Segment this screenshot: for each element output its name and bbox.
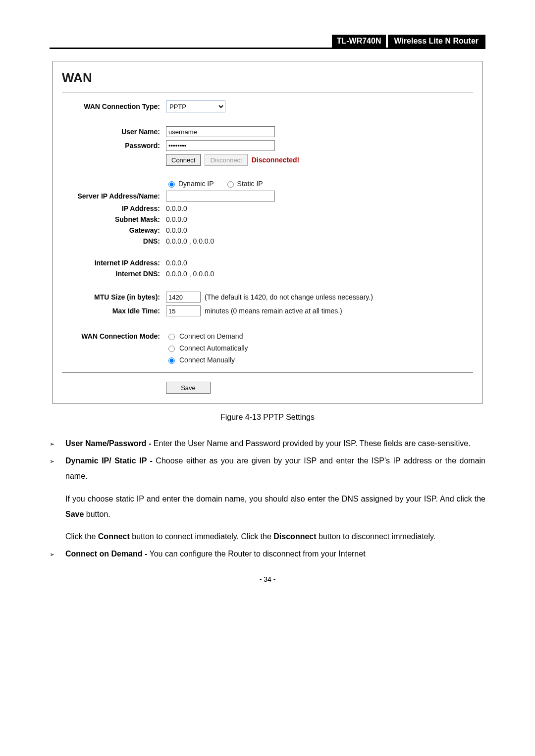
bullet-body: Connect on Demand - You can configure th… (65, 546, 485, 561)
label-mask: Subnet Mask: (62, 215, 166, 223)
label-gw: Gateway: (62, 226, 166, 234)
bullet-paragraph: User Name/Password - Enter the User Name… (65, 436, 485, 451)
list-item: ➢Dynamic IP/ Static IP - Choose either a… (50, 453, 485, 544)
bullet-paragraph: Dynamic IP/ Static IP - Choose either as… (65, 453, 485, 484)
radio-connect-auto[interactable]: Connect Automatically (166, 342, 473, 354)
ip-mode-radios: Dynamic IP Static IP (166, 180, 473, 188)
bullet-paragraph: Click the Connect button to connect imme… (65, 529, 485, 544)
bullet-marker-icon: ➢ (50, 546, 65, 561)
list-item: ➢Connect on Demand - You can configure t… (50, 546, 485, 561)
bullet-list: ➢User Name/Password - Enter the User Nam… (50, 436, 485, 561)
label-password: Password: (62, 142, 166, 150)
password-input[interactable] (166, 140, 275, 151)
label-conn-type: WAN Connection Type: (62, 102, 166, 110)
label-ip: IP Address: (62, 204, 166, 212)
radio-on-demand-input[interactable] (168, 334, 175, 340)
save-button[interactable]: Save (166, 382, 211, 394)
server-ip-input[interactable] (166, 191, 275, 202)
radio-static-ip-input[interactable] (227, 181, 234, 188)
bullet-body: Dynamic IP/ Static IP - Choose either as… (65, 453, 485, 544)
label-server: Server IP Address/Name: (62, 192, 166, 200)
label-inet-ip: Internet IP Address: (62, 259, 166, 267)
label-username: User Name: (62, 128, 166, 136)
bullet-paragraph: Connect on Demand - You can configure th… (65, 546, 485, 561)
wan-settings-panel: WAN WAN Connection Type: PPTP User Name:… (53, 61, 482, 404)
radio-static-ip[interactable]: Static IP (225, 180, 263, 188)
idle-input[interactable] (166, 305, 201, 316)
bullet-body: User Name/Password - Enter the User Name… (65, 436, 485, 451)
value-mask: 0.0.0.0 (166, 215, 187, 223)
label-dns: DNS: (62, 237, 166, 245)
radio-dynamic-ip-input[interactable] (168, 181, 175, 188)
username-input[interactable] (166, 126, 275, 137)
header-desc: Wireless Lite N Router (388, 35, 485, 48)
label-inet-dns: Internet DNS: (62, 270, 166, 278)
doc-header: TL-WR740N Wireless Lite N Router (50, 35, 485, 49)
bullet-paragraph: If you choose static IP and enter the do… (65, 491, 485, 522)
disconnect-button: Disconnect (205, 154, 247, 166)
figure-caption: Figure 4-13 PPTP Settings (50, 413, 485, 422)
bullet-marker-icon: ➢ (50, 453, 65, 544)
radio-connect-manual[interactable]: Connect Manually (166, 354, 473, 366)
divider (62, 93, 473, 93)
value-inet-dns: 0.0.0.0 , 0.0.0.0 (166, 270, 214, 278)
divider (62, 372, 473, 373)
radio-connect-on-demand[interactable]: Connect on Demand (166, 330, 473, 342)
connection-status: Disconnected! (252, 156, 299, 164)
radio-manual-input[interactable] (168, 357, 175, 364)
label-mtu: MTU Size (in bytes): (62, 293, 166, 301)
panel-title: WAN (53, 61, 482, 93)
header-model: TL-WR740N (332, 35, 386, 48)
label-idle: Max Idle Time: (62, 307, 166, 315)
label-mode: WAN Connection Mode: (62, 330, 166, 340)
mtu-note: (The default is 1420, do not change unle… (205, 293, 373, 301)
page-number: - 34 - (50, 575, 485, 583)
radio-dynamic-ip[interactable]: Dynamic IP (166, 180, 214, 188)
value-gw: 0.0.0.0 (166, 226, 187, 234)
list-item: ➢User Name/Password - Enter the User Nam… (50, 436, 485, 451)
wan-connection-type-select[interactable]: PPTP (166, 101, 225, 112)
value-dns: 0.0.0.0 , 0.0.0.0 (166, 237, 214, 245)
mtu-input[interactable] (166, 292, 201, 302)
connect-button[interactable]: Connect (166, 154, 201, 166)
value-ip: 0.0.0.0 (166, 204, 187, 212)
value-inet-ip: 0.0.0.0 (166, 259, 187, 267)
bullet-marker-icon: ➢ (50, 436, 65, 451)
radio-auto-input[interactable] (168, 346, 175, 352)
idle-note: minutes (0 means remain active at all ti… (205, 307, 342, 315)
